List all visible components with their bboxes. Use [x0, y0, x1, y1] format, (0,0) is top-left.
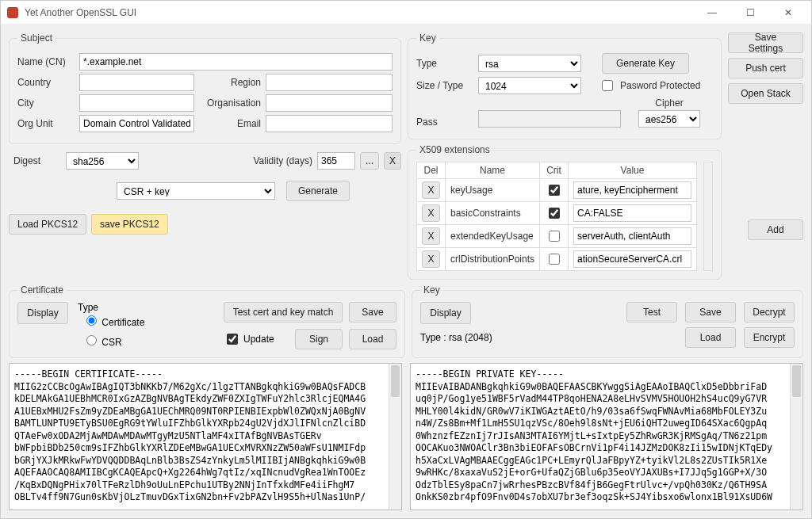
ext-value-input[interactable] [573, 250, 691, 268]
titlebar: Yet Another OpenSSL GUI — ☐ ✕ [1, 1, 811, 25]
minimize-icon[interactable]: — [700, 7, 724, 18]
email-input[interactable] [266, 115, 393, 132]
pass-label: Pass [416, 116, 473, 128]
key-size-select[interactable]: 1024 [478, 77, 581, 94]
app-window: Yet Another OpenSSL GUI — ☐ ✕ Subject Na… [0, 0, 812, 519]
ou-input[interactable] [79, 115, 194, 132]
key-type-label: Type [416, 58, 473, 69]
ext-del-button[interactable]: X [422, 181, 439, 199]
ou-label: Org Unit [17, 118, 75, 129]
city-label: City [17, 97, 75, 109]
cert-scrollbar[interactable] [389, 364, 401, 509]
name-label: Name (CN) [17, 56, 75, 67]
key-legend: Key [416, 32, 439, 44]
country-label: Country [17, 77, 75, 88]
load-pkcs12-button[interactable]: Load PKCS12 [9, 214, 86, 235]
ext-h-name: Name [446, 162, 540, 179]
name-input[interactable] [79, 53, 393, 71]
org-label: Organisation [204, 97, 261, 109]
key-display-button[interactable]: Display [420, 302, 471, 324]
ext-name: extendedKeyUsage [446, 225, 540, 248]
ext-row: XbasicConstraints [417, 202, 697, 225]
key-size-label: Size / Type [416, 80, 473, 91]
key-scrollbar[interactable] [790, 364, 802, 509]
ext-value-input[interactable] [573, 204, 691, 222]
region-label: Region [204, 77, 261, 88]
cert-text-wrap [9, 363, 402, 510]
cert-display-button[interactable]: Display [17, 302, 68, 324]
ext-name: crlDistributionPoints [446, 248, 540, 271]
open-stack-button[interactable]: Open Stack [728, 83, 803, 104]
ext-del-button[interactable]: X [422, 204, 439, 222]
generate-key-button[interactable]: Generate Key [602, 53, 689, 74]
ext-h-del: Del [417, 162, 446, 179]
generate-button[interactable]: Generate [286, 181, 350, 201]
update-checkbox[interactable]: Update [224, 331, 274, 347]
ext-legend: X509 extensions [416, 144, 493, 155]
maximize-icon[interactable]: ☐ [738, 7, 762, 18]
region-input[interactable] [266, 74, 393, 91]
save-pkcs12-button[interactable]: save PKCS12 [91, 214, 168, 235]
ext-row: XkeyUsage [417, 179, 697, 202]
ext-scrollbar[interactable] [703, 162, 713, 271]
validity-x-button[interactable]: X [384, 152, 401, 170]
certificate-panel: Certificate Display Type Certificate CSR… [9, 284, 405, 358]
ext-value-input[interactable] [573, 181, 691, 199]
ext-del-button[interactable]: X [422, 250, 439, 268]
key-panel-legend: Key [420, 284, 443, 296]
org-input[interactable] [266, 94, 393, 112]
city-input[interactable] [79, 94, 194, 112]
ext-crit-checkbox[interactable] [549, 254, 560, 265]
window-title: Yet Another OpenSSL GUI [25, 7, 700, 18]
ext-name: basicConstraints [446, 202, 540, 225]
ext-crit-checkbox[interactable] [549, 208, 560, 219]
password-protected-label: Pasword Protected [620, 80, 700, 91]
ext-value-input[interactable] [573, 227, 691, 245]
country-input[interactable] [79, 74, 194, 91]
validity-input[interactable] [317, 152, 355, 170]
ext-h-crit: Crit [540, 162, 569, 179]
validity-label: Validity (days) [254, 155, 312, 166]
push-cert-button[interactable]: Push cert [728, 58, 803, 78]
ext-crit-checkbox[interactable] [549, 231, 560, 242]
gen-mode-select[interactable]: CSR + key [117, 182, 275, 200]
ext-row: XextendedKeyUsage [417, 225, 697, 248]
add-ext-button[interactable]: Add [748, 219, 803, 240]
key-type-select[interactable]: rsa [478, 55, 581, 72]
digest-select[interactable]: sha256 [66, 152, 139, 170]
sign-button[interactable]: Sign [295, 329, 343, 349]
ext-name: keyUsage [446, 179, 540, 202]
password-protected-checkbox[interactable] [602, 80, 613, 91]
ext-row: XcrlDistributionPoints [417, 248, 697, 271]
encrypt-button[interactable]: Encrypt [744, 327, 795, 348]
decrypt-button[interactable]: Decrypt [744, 302, 795, 322]
key-textarea[interactable] [411, 364, 790, 509]
ext-crit-checkbox[interactable] [549, 185, 560, 196]
ext-del-button[interactable]: X [422, 227, 439, 245]
key-load-button[interactable]: Load [685, 327, 736, 348]
key-type-line: Type : rsa (2048) [420, 332, 492, 343]
pass-input [478, 110, 621, 128]
key-save-button[interactable]: Save [685, 302, 736, 322]
save-settings-button[interactable]: Save Settings [728, 32, 803, 53]
radio-csr[interactable]: CSR [82, 333, 144, 348]
cert-load-button[interactable]: Load [349, 329, 396, 349]
ext-group: X509 extensions Del Name Crit Value Xkey… [408, 144, 722, 280]
cert-legend: Certificate [17, 284, 67, 296]
app-icon [7, 7, 18, 18]
key-panel: Key Display Type : rsa (2048) Test Save … [412, 284, 803, 358]
close-icon[interactable]: ✕ [776, 7, 800, 18]
cipher-label: Cipher [655, 97, 683, 109]
validity-dots-button[interactable]: ... [360, 152, 379, 170]
key-test-button[interactable]: Test [626, 302, 677, 322]
cert-save-button[interactable]: Save [349, 302, 396, 322]
key-text-wrap [410, 363, 803, 510]
cipher-select[interactable]: aes256 [638, 110, 700, 128]
ext-h-value: Value [569, 162, 697, 179]
key-group: Key Type rsa Generate Key Size / Type 10… [408, 32, 722, 139]
test-match-button[interactable]: Test cert and key match [224, 302, 343, 322]
digest-label: Digest [13, 155, 61, 166]
cert-textarea[interactable] [10, 364, 389, 509]
subject-legend: Subject [17, 32, 56, 44]
radio-certificate[interactable]: Certificate [82, 313, 144, 328]
